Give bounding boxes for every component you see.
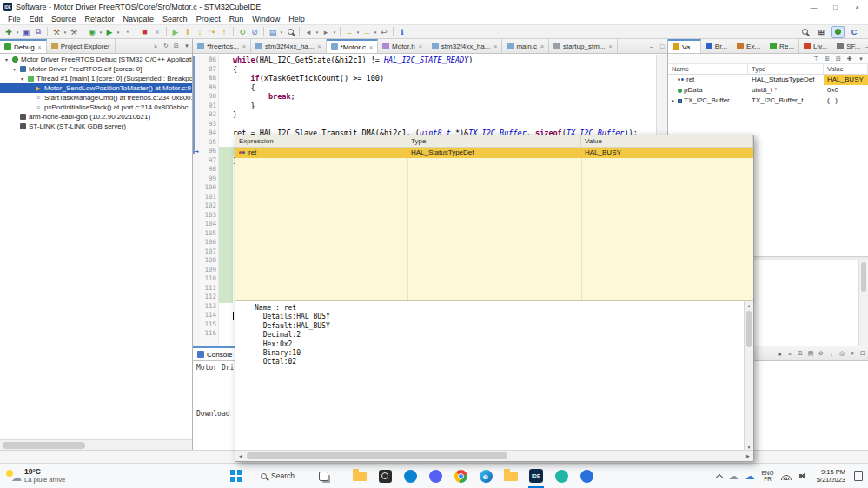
tab-expressions[interactable]: Ex... [732, 39, 765, 53]
scrollbar-thumb[interactable] [861, 262, 866, 292]
terminate-icon[interactable]: ■ [774, 346, 785, 360]
build-icon[interactable]: ⚒ [50, 26, 63, 38]
save-all-icon[interactable]: ⧉ [32, 26, 44, 38]
scroll-left-icon[interactable]: ◀ [235, 451, 246, 461]
menu-window[interactable]: Window [248, 15, 284, 23]
remove-launch-icon[interactable]: × [785, 346, 795, 360]
info-icon[interactable]: ℹ [396, 26, 408, 38]
editor-tab-stm32f4xxha[interactable]: stm32f4xx_ha...× [251, 39, 327, 53]
forward-icon[interactable]: → [361, 26, 373, 38]
resume-icon[interactable]: ▶ [169, 26, 182, 38]
debug-tree-item[interactable]: arm-none-eabi-gdb (10.2.90.20210621) [0, 112, 192, 122]
cloud-sync-icon[interactable]: ☁ [745, 472, 755, 481]
tab-close-icon[interactable]: × [242, 43, 246, 49]
line-number[interactable]: 89 [200, 83, 216, 93]
line-number[interactable]: 90 [200, 92, 216, 102]
column-header-type[interactable]: Type [748, 64, 824, 75]
popup-vscrollbar[interactable]: ▲ ▼ [744, 300, 753, 452]
tab-sfrs[interactable]: SF... [832, 39, 865, 53]
column-header-name[interactable]: Name [668, 64, 748, 75]
editor-tab-startupstm[interactable]: startup_stm...× [549, 39, 618, 53]
line-number[interactable]: 95 [200, 138, 216, 148]
previous-annotation-icon[interactable]: ◂ [302, 26, 315, 38]
disconnect-icon[interactable]: × [151, 26, 163, 38]
tab-close-icon[interactable]: × [494, 43, 497, 49]
tab-variables[interactable]: Va... [668, 39, 701, 53]
purple-app-icon[interactable] [425, 465, 446, 488]
edge-icon[interactable]: e [475, 465, 496, 488]
menu-project[interactable]: Project [192, 15, 225, 23]
debug-tree-item[interactable]: ▶Motor_SendLowPositionToMaster() at Moto… [0, 83, 192, 93]
line-number[interactable]: 98 [200, 165, 216, 175]
weather-widget[interactable]: ☁ 19°C La pluie arrive [0, 468, 65, 484]
debug-tree-item[interactable]: ▾Motor Driver FreeRTOS.elf [cores: 0] [0, 64, 192, 74]
tab-project-explorer[interactable]: Project Explorer [47, 39, 116, 53]
show-type-names-icon[interactable]: ⊤ [811, 56, 821, 63]
search-icon[interactable] [284, 26, 296, 38]
teal-app-icon[interactable] [551, 465, 572, 488]
line-number[interactable]: 112 [200, 293, 216, 302]
debug-hscrollbar[interactable] [0, 439, 192, 450]
editor-tab-stm32f4xxha[interactable]: stm32f4xx_ha...× [427, 39, 503, 53]
code-line[interactable]: while(HAL_I2C_GetState(&hi2c1) != HAL_I2… [233, 56, 473, 65]
pin-console-icon[interactable]: ◎ [837, 346, 847, 360]
step-into-icon[interactable]: ↓ [194, 26, 206, 38]
debug-tree-item[interactable]: ≡StartTaskManageCmd() at freertos.c:234 … [0, 93, 192, 102]
minimize-button[interactable]: — [803, 0, 825, 14]
next-annotation-menu-arrow[interactable]: ▾ [332, 30, 337, 35]
terminate-icon[interactable]: ■ [139, 26, 151, 38]
tray-expand-icon[interactable] [715, 473, 722, 480]
build-all-icon[interactable]: ⚒ [68, 26, 80, 38]
scrollbar-thumb[interactable] [247, 452, 507, 459]
line-number[interactable]: 88 [200, 74, 216, 83]
line-number[interactable]: 102 [200, 201, 216, 211]
scrollbar-thumb[interactable] [3, 442, 85, 449]
run-icon[interactable]: ▶ [103, 26, 116, 38]
popup-column-header-expression[interactable]: Expression [235, 135, 407, 147]
collapse-all-icon[interactable]: ⊟ [171, 39, 182, 53]
folder-icon-2[interactable] [500, 465, 521, 488]
step-over-icon[interactable]: ↷ [206, 26, 218, 38]
debug-tree-item[interactable]: ≡pxPortInitialiseStack() at port.c:214 0… [0, 102, 192, 112]
tab-close-icon[interactable]: × [369, 44, 373, 50]
next-annotation-icon[interactable]: ▸ [320, 26, 332, 38]
debug-icon[interactable]: ◉ [86, 26, 98, 38]
wifi-icon[interactable] [781, 472, 792, 480]
step-return-icon[interactable]: ↑ [218, 26, 230, 38]
line-number[interactable]: 103 [200, 211, 216, 221]
view-menu-icon[interactable]: ▾ [182, 39, 192, 53]
open-perspective-icon[interactable]: ⊞ [814, 26, 828, 38]
tab-debug[interactable]: Debug× [0, 39, 47, 53]
tab-live-expressions[interactable]: Liv... [799, 39, 832, 53]
scroll-right-icon[interactable]: ▶ [743, 451, 753, 461]
tab-registers[interactable]: Re... [765, 39, 799, 53]
scrollbar-thumb[interactable] [746, 311, 752, 347]
tab-close-icon[interactable]: × [609, 43, 613, 49]
close-button[interactable]: × [846, 0, 868, 14]
code-line[interactable]: if(xTaskGetTickCount() >= 100) [233, 74, 384, 83]
tab-breakpoints[interactable]: Br... [701, 39, 732, 53]
menu-source[interactable]: Source [47, 15, 81, 23]
restart-icon[interactable]: ↻ [161, 39, 171, 53]
expander-icon[interactable]: ▾ [3, 56, 10, 63]
line-number[interactable]: 99 [200, 175, 216, 184]
line-number[interactable]: 87 [200, 65, 216, 75]
line-number[interactable]: 96 [200, 147, 216, 156]
profile-icon[interactable]: ◔ [121, 26, 133, 38]
expander-icon[interactable]: ▸ [670, 96, 676, 106]
line-number[interactable]: 100 [200, 183, 216, 193]
last-edit-location-icon[interactable]: ↩ [378, 26, 390, 38]
line-number[interactable]: 104 [200, 220, 216, 229]
scroll-up-icon[interactable]: ▲ [745, 301, 753, 310]
editor-tab-freertos[interactable]: *freertos...× [193, 39, 251, 53]
cpp-perspective-icon[interactable]: C [847, 26, 861, 38]
line-number[interactable]: 109 [200, 266, 216, 275]
popup-column-header-value[interactable]: Value [581, 135, 753, 147]
menu-file[interactable]: File [3, 15, 25, 23]
taskbar-clock[interactable]: 9:15 PM 5/21/2023 [817, 468, 845, 484]
dark-app-icon[interactable] [374, 465, 395, 488]
variable-row[interactable]: retHAL_StatusTypeDefHAL_BUSY [668, 75, 868, 85]
search-icon[interactable] [798, 26, 812, 38]
line-number[interactable]: 111 [200, 284, 216, 293]
editor-tab-mainc[interactable]: main.c× [502, 39, 549, 53]
